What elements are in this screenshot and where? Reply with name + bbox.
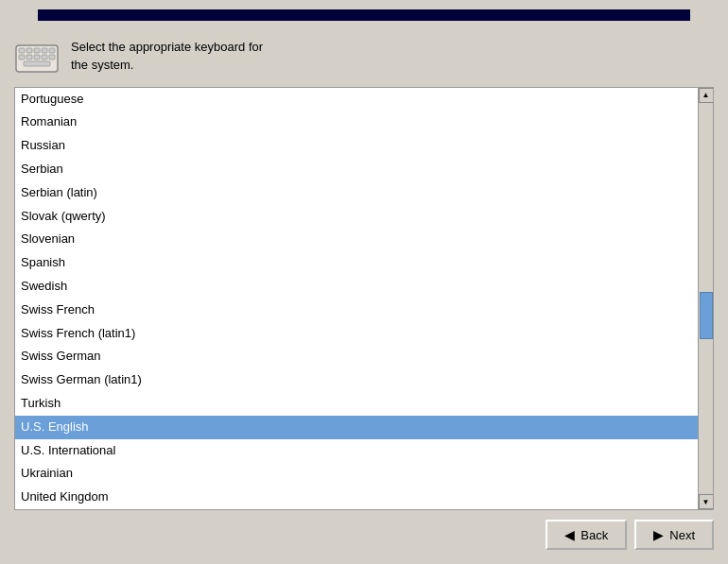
next-arrow-icon: ▶ bbox=[653, 527, 664, 542]
list-item[interactable]: U.S. International bbox=[15, 439, 698, 463]
list-item[interactable]: Romanian bbox=[15, 111, 698, 134]
svg-rect-11 bbox=[24, 61, 50, 66]
list-item[interactable]: Swedish bbox=[15, 275, 698, 299]
keyboard-list-container: PortugueseRomanianRussianSerbianSerbian … bbox=[14, 87, 714, 510]
list-item[interactable]: U.S. English bbox=[15, 416, 698, 439]
svg-rect-10 bbox=[49, 55, 55, 60]
list-item[interactable]: Slovenian bbox=[15, 228, 698, 251]
list-item[interactable]: Slovak (qwerty) bbox=[15, 205, 698, 229]
list-item[interactable]: Portuguese bbox=[15, 88, 698, 111]
top-bar bbox=[38, 9, 690, 21]
svg-rect-6 bbox=[19, 55, 25, 60]
button-row: ◀ Back ▶ Next bbox=[14, 510, 714, 555]
list-item[interactable]: Spanish bbox=[15, 251, 698, 275]
content-area: Select the appropriate keyboard for the … bbox=[0, 21, 728, 564]
svg-rect-7 bbox=[26, 55, 32, 60]
header-section: Select the appropriate keyboard for the … bbox=[14, 30, 714, 87]
list-item[interactable]: Russian bbox=[15, 134, 698, 158]
list-item[interactable]: Swiss French bbox=[15, 299, 698, 322]
scroll-up-button[interactable]: ▲ bbox=[699, 88, 714, 103]
list-item[interactable]: Serbian (latin) bbox=[15, 181, 698, 205]
scrollbar: ▲ ▼ bbox=[698, 88, 713, 509]
list-item[interactable]: Swiss French (latin1) bbox=[15, 322, 698, 346]
list-item[interactable]: Ukrainian bbox=[15, 462, 698, 486]
list-item[interactable]: Swiss German (latin1) bbox=[15, 368, 698, 392]
list-item[interactable]: Turkish bbox=[15, 392, 698, 416]
list-item[interactable]: United Kingdom bbox=[15, 486, 698, 509]
scroll-track bbox=[699, 103, 713, 494]
svg-rect-8 bbox=[34, 55, 40, 60]
keyboard-icon bbox=[14, 38, 60, 76]
svg-rect-3 bbox=[34, 48, 40, 53]
back-button[interactable]: ◀ Back bbox=[546, 520, 627, 550]
header-text: Select the appropriate keyboard for the … bbox=[71, 39, 263, 73]
keyboard-list[interactable]: PortugueseRomanianRussianSerbianSerbian … bbox=[15, 88, 698, 509]
next-button[interactable]: ▶ Next bbox=[634, 520, 714, 550]
svg-rect-5 bbox=[49, 48, 55, 53]
scroll-thumb[interactable] bbox=[700, 292, 713, 339]
svg-rect-2 bbox=[26, 48, 32, 53]
list-item[interactable]: Swiss German bbox=[15, 345, 698, 368]
scroll-down-button[interactable]: ▼ bbox=[699, 494, 714, 509]
list-item[interactable]: Serbian bbox=[15, 158, 698, 181]
back-arrow-icon: ◀ bbox=[564, 527, 575, 542]
svg-rect-9 bbox=[42, 55, 47, 60]
svg-rect-4 bbox=[42, 48, 47, 53]
svg-rect-1 bbox=[19, 48, 25, 53]
next-label: Next bbox=[669, 528, 695, 542]
back-label: Back bbox=[581, 528, 608, 542]
